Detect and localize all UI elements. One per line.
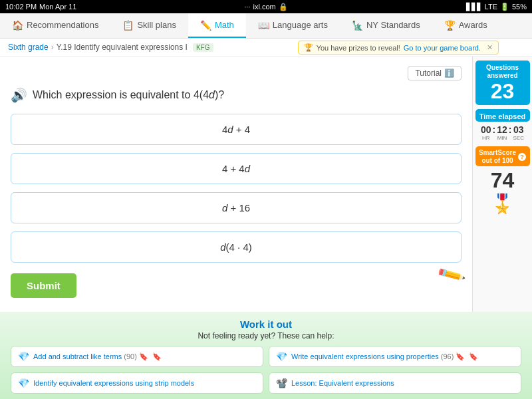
question-content: Which expression is equivalent to 4(4d)?	[33, 89, 224, 101]
awards-icon: 🏆	[444, 20, 456, 31]
pencil-icon: ✏️	[436, 259, 467, 290]
time-display-row: 00 HR : 12 MIN : 03 SEC	[481, 124, 524, 141]
ribbon-icon: 🎖️	[491, 193, 514, 215]
not-ready-text: Not feeling ready yet? These can help:	[11, 331, 521, 340]
tab-skill-plans-label: Skill plans	[137, 20, 176, 30]
tab-awards[interactable]: 🏆 Awards	[432, 13, 499, 38]
help-link-3-text: Identify equivalent expressions using st…	[33, 379, 194, 387]
tutorial-bar: Tutorial ℹ️	[11, 66, 462, 80]
ss-label2: out of 100	[479, 157, 516, 165]
answer-option-2[interactable]: 4 + 4d	[11, 153, 462, 184]
help-link-2-text: Write equivalent expressions using prope…	[291, 352, 465, 361]
answer-1-text: 4d + 4	[222, 124, 250, 135]
questions-answered-box: Questions answered 23	[475, 61, 530, 105]
tab-math-label: Math	[215, 20, 234, 30]
tutorial-button[interactable]: Tutorial ℹ️	[408, 66, 462, 80]
breadcrumb-grade-link[interactable]: Sixth grade	[8, 43, 49, 52]
time-sec-lbl: SEC	[513, 135, 524, 141]
question-text: 🔊 Which expression is equivalent to 4(4d…	[11, 87, 462, 103]
answer-2-text: 4 + 4d	[222, 163, 250, 174]
submit-button[interactable]: Submit	[11, 273, 76, 298]
work-it-out-title: Work it out	[11, 319, 521, 330]
qa-label1: Questions	[478, 64, 527, 72]
status-bar: 10:02 PM Mon Apr 11 ··· ixl.com 🔒 ▋▋▋ LT…	[0, 0, 532, 13]
signal-icon: ▋▋▋	[466, 3, 482, 11]
bookmark-icon-1: 🔖	[152, 352, 162, 361]
ss-help-icon[interactable]: ?	[518, 153, 526, 161]
time-sec-val: 03	[513, 124, 524, 135]
time-min: 12 MIN	[497, 124, 507, 141]
bookmark-icon-2: 🔖	[469, 352, 478, 361]
help-link-2[interactable]: 💎 Write equivalent expressions using pro…	[269, 346, 521, 367]
ss-label1: SmartScore	[479, 149, 516, 157]
te-label: Time elapsed	[478, 112, 527, 120]
answer-option-1[interactable]: 4d + 4	[11, 114, 462, 145]
tab-language-arts[interactable]: 📖 Language arts	[246, 13, 340, 38]
prize-text: You have prizes to reveal!	[317, 44, 400, 52]
answer-3-text: d + 16	[222, 202, 250, 213]
tab-recommendations-label: Recommendations	[27, 20, 98, 30]
diamond-icon-2: 💎	[276, 351, 287, 362]
time-min-val: 12	[497, 124, 507, 135]
math-icon: ✏️	[200, 20, 211, 31]
time-hr-val: 00	[481, 124, 491, 135]
answer-4-text: d(4 · 4)	[220, 241, 252, 253]
prize-banner: 🏆 You have prizes to reveal! Go to your …	[298, 41, 499, 55]
help-link-3[interactable]: 💎 Identify equivalent expressions using …	[11, 372, 263, 394]
time-min-lbl: MIN	[497, 135, 507, 141]
pencil-area: ✏️	[440, 264, 463, 286]
network-type: LTE	[485, 3, 497, 11]
answer-option-4[interactable]: d(4 · 4)	[11, 231, 462, 263]
bottom-section: Work it out Not feeling ready yet? These…	[0, 312, 532, 399]
answer-option-3[interactable]: d + 16	[11, 192, 462, 223]
breadcrumb-skill: Y.19 Identify equivalent expressions I	[57, 43, 188, 52]
tab-skill-plans[interactable]: 📋 Skill plans	[110, 13, 188, 38]
help-link-1[interactable]: 💎 Add and subtract like terms (90) 🔖 🔖	[11, 346, 263, 367]
status-bar-left: 10:02 PM Mon Apr 11	[5, 3, 76, 11]
tab-ny-standards-label: NY Standards	[366, 20, 420, 30]
tab-language-arts-label: Language arts	[273, 20, 328, 30]
help-link-4[interactable]: 📽️ Lesson: Equivalent expressions	[269, 372, 521, 394]
time-sep: :	[493, 124, 496, 141]
time-hr-lbl: HR	[481, 135, 491, 141]
help-links-grid: 💎 Add and subtract like terms (90) 🔖 🔖 💎…	[11, 346, 521, 394]
ny-standards-icon: 🗽	[352, 20, 363, 31]
breadcrumb-separator: ›	[51, 43, 54, 52]
kfg-badge: KFG	[193, 43, 213, 52]
prize-link[interactable]: Go to your game board.	[404, 44, 481, 52]
speaker-icon[interactable]: 🔊	[11, 87, 27, 103]
smart-score-box: SmartScore out of 100 ?	[475, 146, 530, 166]
tutorial-info-icon: ℹ️	[444, 68, 454, 78]
tab-math[interactable]: ✏️ Math	[188, 13, 246, 38]
qa-count: 23	[478, 80, 527, 103]
tab-recommendations[interactable]: 🏠 Recommendations	[0, 13, 110, 38]
status-bar-right: ▋▋▋ LTE 🔋 55%	[466, 3, 527, 11]
time-sep2: :	[509, 124, 512, 141]
nav-tabs: 🏠 Recommendations 📋 Skill plans ✏️ Math …	[0, 13, 532, 39]
status-bar-domain: ··· ixl.com 🔒	[244, 3, 287, 11]
smart-score-number: 74	[475, 168, 530, 193]
time-display: 10:02 PM	[5, 3, 37, 11]
video-icon-4: 📽️	[276, 378, 287, 388]
diamond-icon-3: 💎	[18, 378, 29, 388]
prize-close-icon[interactable]: ✕	[487, 43, 493, 52]
time-sec: 03 SEC	[513, 124, 524, 141]
time-elapsed-box: Time elapsed	[475, 109, 530, 122]
battery-icon: 🔋	[500, 3, 509, 11]
tab-awards-label: Awards	[459, 20, 487, 30]
tutorial-label: Tutorial	[415, 68, 442, 78]
help-link-4-text: Lesson: Equivalent expressions	[291, 379, 394, 387]
recommendations-icon: 🏠	[12, 20, 23, 31]
tab-ny-standards[interactable]: 🗽 NY Standards	[340, 13, 432, 38]
diamond-icon-1: 💎	[18, 351, 29, 362]
prize-icon: 🏆	[304, 43, 313, 52]
help-link-1-text: Add and subtract like terms (90) 🔖	[33, 352, 148, 361]
time-hr: 00 HR	[481, 124, 491, 141]
battery-level: 55%	[512, 3, 527, 11]
language-arts-icon: 📖	[258, 20, 269, 31]
breadcrumb: Sixth grade › Y.19 Identify equivalent e…	[0, 39, 532, 57]
skill-plans-icon: 📋	[122, 20, 134, 31]
date-display: Mon Apr 11	[39, 3, 76, 11]
